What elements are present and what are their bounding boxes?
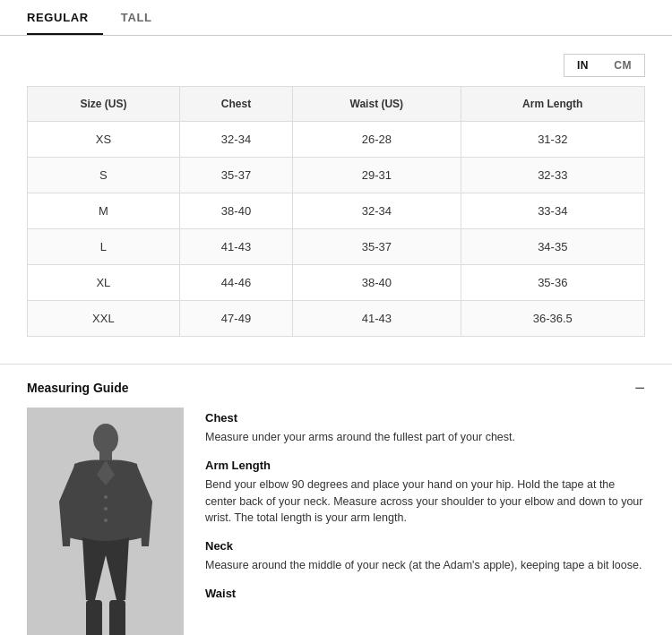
svg-point-5 [104,507,108,511]
guide-image [27,408,184,635]
col-header-size: Size (US) [28,87,180,122]
table-row: M38-4032-3433-34 [28,193,645,229]
table-cell-0-1: 32-34 [179,122,292,158]
tab-regular[interactable]: REGULAR [27,0,103,35]
guide-section-title-waist: Waist [205,587,645,600]
table-cell-3-2: 35-37 [293,229,461,265]
col-header-chest: Chest [179,87,292,122]
model-silhouette [43,421,168,635]
guide-section-desc-chest: Measure under your arms around the fulle… [205,429,645,446]
table-cell-1-3: 32-33 [461,158,644,193]
guide-section-title-chest: Chest [205,411,645,425]
size-table: Size (US) Chest Waist (US) Arm Length XS… [27,86,645,337]
guide-section-chest: ChestMeasure under your arms around the … [205,411,645,446]
svg-point-4 [104,495,108,499]
guide-content: ChestMeasure under your arms around the … [27,408,645,635]
table-cell-2-1: 38-40 [179,193,292,229]
guide-section-neck: NeckMeasure around the middle of your ne… [205,539,645,574]
unit-in-button[interactable]: IN [564,55,601,76]
table-cell-3-3: 34-35 [461,229,644,265]
table-cell-0-2: 26-28 [293,122,461,158]
col-header-arm: Arm Length [461,87,644,122]
guide-section-title-neck: Neck [205,539,645,553]
unit-cm-button[interactable]: CM [601,55,644,76]
table-cell-4-1: 44-46 [179,265,292,301]
table-header-row: Size (US) Chest Waist (US) Arm Length [28,87,645,122]
guide-toggle-button[interactable]: − [634,379,645,397]
size-table-wrapper: Size (US) Chest Waist (US) Arm Length XS… [0,86,672,337]
guide-section-arm-length: Arm LengthBend your elbow 90 degrees and… [205,459,645,527]
table-row: XS32-3426-2831-32 [28,122,645,158]
table-row: S35-3729-3132-33 [28,158,645,193]
tab-bar: REGULAR TALL [0,0,672,36]
table-cell-3-0: L [28,229,180,265]
table-cell-5-2: 41-43 [293,301,461,337]
guide-section-desc-arm-length: Bend your elbow 90 degrees and place you… [205,476,645,527]
table-cell-5-0: XXL [28,301,180,337]
table-row: XXL47-4941-4336-36.5 [28,301,645,337]
col-header-waist: Waist (US) [293,87,461,122]
tab-tall[interactable]: TALL [121,0,167,35]
table-cell-5-1: 47-49 [179,301,292,337]
table-cell-1-2: 29-31 [293,158,461,193]
table-cell-4-2: 38-40 [293,265,461,301]
table-cell-3-1: 41-43 [179,229,292,265]
table-cell-2-2: 32-34 [293,193,461,229]
table-row: L41-4335-3734-35 [28,229,645,265]
table-cell-0-0: XS [28,122,180,158]
table-cell-1-0: S [28,158,180,193]
table-cell-2-3: 33-34 [461,193,644,229]
svg-point-6 [104,519,108,522]
guide-section-waist: Waist [205,587,645,600]
measuring-guide: Measuring Guide − [0,364,672,635]
table-cell-4-3: 35-36 [461,265,644,301]
table-cell-2-0: M [28,193,180,229]
guide-section-desc-neck: Measure around the middle of your neck (… [205,557,645,574]
svg-point-0 [93,424,118,454]
table-cell-4-0: XL [28,265,180,301]
svg-rect-3 [109,600,125,635]
unit-toggle: IN CM [564,54,645,77]
table-cell-0-3: 31-32 [461,122,644,158]
table-cell-5-3: 36-36.5 [461,301,644,337]
guide-text: ChestMeasure under your arms around the … [205,408,645,635]
table-row: XL44-4638-4035-36 [28,265,645,301]
guide-title: Measuring Guide [27,381,129,395]
unit-toggle-row: IN CM [0,54,672,77]
svg-rect-1 [99,452,112,461]
table-cell-1-1: 35-37 [179,158,292,193]
guide-section-title-arm-length: Arm Length [205,459,645,472]
guide-header: Measuring Guide − [27,365,645,408]
svg-rect-2 [86,600,102,635]
